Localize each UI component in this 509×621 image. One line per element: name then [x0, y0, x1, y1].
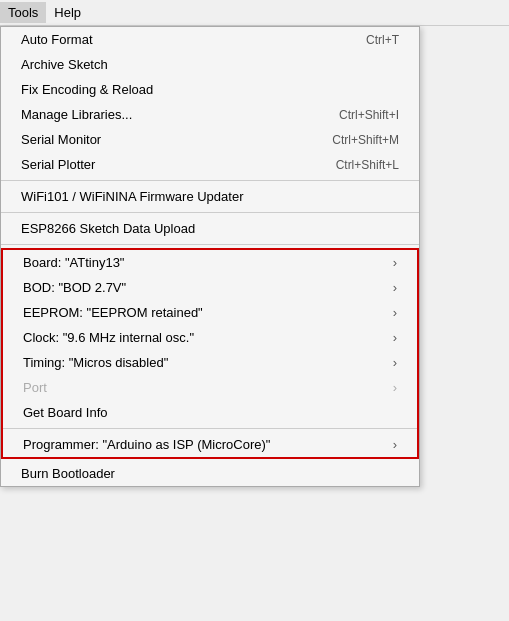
menu-item-bod[interactable]: BOD: "BOD 2.7V" › — [3, 275, 417, 300]
menu-item-burn-bootloader[interactable]: Burn Bootloader — [1, 461, 419, 486]
menu-item-label: Manage Libraries... — [21, 107, 132, 122]
arrow-icon: › — [393, 280, 397, 295]
menu-item-label: Get Board Info — [23, 405, 108, 420]
menu-bar-tools[interactable]: Tools — [0, 2, 46, 23]
menu-item-label: Burn Bootloader — [21, 466, 115, 481]
menu-item-programmer[interactable]: Programmer: "Arduino as ISP (MicroCore)"… — [3, 432, 417, 457]
menu-item-get-board-info[interactable]: Get Board Info — [3, 400, 417, 425]
arrow-icon: › — [393, 330, 397, 345]
menu-item-label: Auto Format — [21, 32, 93, 47]
menu-item-manage-libraries[interactable]: Manage Libraries... Ctrl+Shift+I — [1, 102, 419, 127]
menu-item-shortcut: Ctrl+Shift+M — [332, 133, 399, 147]
menu-item-label: Clock: "9.6 MHz internal osc." — [23, 330, 194, 345]
arrow-icon: › — [393, 437, 397, 452]
menu-bar: Tools Help — [0, 0, 509, 26]
menu-item-label: Fix Encoding & Reload — [21, 82, 153, 97]
arrow-icon: › — [393, 305, 397, 320]
menu-item-label: Timing: "Micros disabled" — [23, 355, 168, 370]
menu-item-esp8266-upload[interactable]: ESP8266 Sketch Data Upload — [1, 216, 419, 241]
menu-item-eeprom[interactable]: EEPROM: "EEPROM retained" › — [3, 300, 417, 325]
menu-item-wifi-updater[interactable]: WiFi101 / WiFiNINA Firmware Updater — [1, 184, 419, 209]
menu-item-board[interactable]: Board: "ATtiny13" › — [3, 250, 417, 275]
menu-item-label: Port — [23, 380, 47, 395]
menu-item-shortcut: Ctrl+Shift+L — [336, 158, 399, 172]
separator-3 — [1, 244, 419, 245]
tools-menu-dropdown: Auto Format Ctrl+T Archive Sketch Fix En… — [0, 26, 420, 487]
separator-1 — [1, 180, 419, 181]
menu-bar-help[interactable]: Help — [46, 2, 89, 23]
menu-item-serial-monitor[interactable]: Serial Monitor Ctrl+Shift+M — [1, 127, 419, 152]
menu-item-label: EEPROM: "EEPROM retained" — [23, 305, 203, 320]
arrow-icon: › — [393, 255, 397, 270]
separator-2 — [1, 212, 419, 213]
menu-item-label: Programmer: "Arduino as ISP (MicroCore)" — [23, 437, 270, 452]
menu-item-shortcut: Ctrl+Shift+I — [339, 108, 399, 122]
menu-item-label: Serial Plotter — [21, 157, 95, 172]
menu-item-auto-format[interactable]: Auto Format Ctrl+T — [1, 27, 419, 52]
arrow-icon: › — [393, 380, 397, 395]
menu-item-label: Archive Sketch — [21, 57, 108, 72]
menu-item-label: Serial Monitor — [21, 132, 101, 147]
menu-item-label: WiFi101 / WiFiNINA Firmware Updater — [21, 189, 243, 204]
menu-item-archive-sketch[interactable]: Archive Sketch — [1, 52, 419, 77]
menu-item-fix-encoding[interactable]: Fix Encoding & Reload — [1, 77, 419, 102]
menu-item-label: BOD: "BOD 2.7V" — [23, 280, 126, 295]
separator-inner — [3, 428, 417, 429]
menu-item-shortcut: Ctrl+T — [366, 33, 399, 47]
arrow-icon: › — [393, 355, 397, 370]
menu-item-serial-plotter[interactable]: Serial Plotter Ctrl+Shift+L — [1, 152, 419, 177]
menu-item-clock[interactable]: Clock: "9.6 MHz internal osc." › — [3, 325, 417, 350]
menu-item-label: ESP8266 Sketch Data Upload — [21, 221, 195, 236]
menu-item-timing[interactable]: Timing: "Micros disabled" › — [3, 350, 417, 375]
menu-item-label: Board: "ATtiny13" — [23, 255, 124, 270]
menu-item-port[interactable]: Port › — [3, 375, 417, 400]
highlighted-board-section: Board: "ATtiny13" › BOD: "BOD 2.7V" › EE… — [1, 248, 419, 459]
